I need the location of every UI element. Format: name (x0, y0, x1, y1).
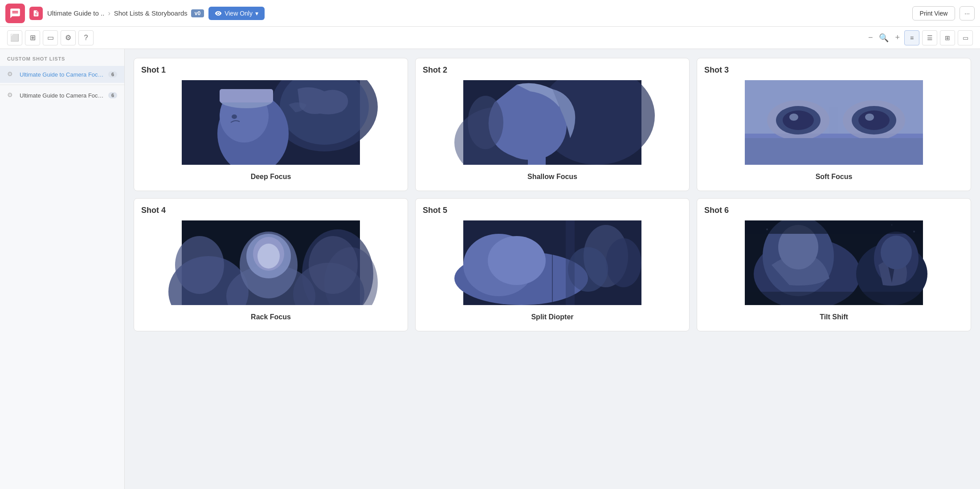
svg-point-30 (175, 236, 224, 294)
shot-number-4: Shot 4 (141, 206, 400, 215)
more-options-button[interactable]: ··· (960, 6, 975, 20)
svg-rect-24 (829, 107, 838, 134)
sidebar-divider (0, 85, 124, 85)
content-area: Shot 1 (125, 49, 980, 489)
zoom-out-button[interactable]: − (866, 31, 875, 44)
shot-image-6 (704, 220, 964, 305)
shot-label-1: Deep Focus (141, 171, 400, 183)
shots-grid: Shot 1 (134, 58, 971, 331)
sidebar-item-badge-0: 6 (108, 71, 117, 77)
svg-rect-25 (745, 138, 923, 165)
gear-icon-2: ⚙ (7, 91, 15, 99)
svg-point-19 (789, 114, 798, 121)
shot-card-2[interactable]: Shot 2 (415, 58, 690, 191)
svg-point-57 (881, 236, 912, 269)
breadcrumb: Ultimate Guide to .. › Shot Lists & Stor… (47, 9, 204, 17)
frame-view-button[interactable]: ⬜ (7, 30, 22, 45)
help-button[interactable]: ? (78, 30, 94, 45)
header: Ultimate Guide to .. › Shot Lists & Stor… (0, 0, 980, 27)
grid-view-mode-button[interactable]: ⊞ (940, 30, 955, 45)
shot-label-3: Soft Focus (704, 171, 964, 183)
settings-button[interactable]: ⚙ (61, 30, 76, 45)
shot-label-5: Split Diopter (423, 311, 682, 324)
sidebar: CUSTOM SHOT LISTS ⚙ Ultimate Guide to Ca… (0, 49, 125, 489)
shot-number-6: Shot 6 (704, 206, 964, 215)
shot-label-2: Shallow Focus (423, 171, 682, 183)
table-view-button[interactable]: ≡ (904, 30, 919, 45)
main-layout: CUSTOM SHOT LISTS ⚙ Ultimate Guide to Ca… (0, 49, 980, 489)
view-only-label: View Only (225, 10, 253, 17)
svg-rect-59 (745, 292, 923, 305)
toolbar-left: ⬜ ⊞ ▭ ⚙ ? (7, 30, 94, 45)
shot-image-4 (141, 220, 400, 305)
svg-point-36 (309, 236, 358, 294)
grid-view-button[interactable]: ⊞ (25, 30, 40, 45)
sidebar-item-label-0: Ultimate Guide to Camera Focus i... (20, 71, 104, 78)
zoom-reset-button[interactable]: 🔍 (877, 31, 890, 45)
svg-rect-58 (745, 220, 923, 234)
panel-view-button[interactable]: ▭ (43, 30, 58, 45)
sidebar-item-badge-1: 6 (108, 92, 117, 98)
view-only-chevron: ▾ (255, 10, 258, 17)
breadcrumb-current[interactable]: Shot Lists & Storyboards (114, 9, 188, 17)
shot-image-3 (704, 80, 964, 165)
header-actions: Print View ··· (912, 6, 975, 20)
shot-card-6[interactable]: Shot 6 (697, 198, 971, 331)
shot-card-5[interactable]: Shot 5 (415, 198, 690, 331)
svg-point-23 (865, 114, 874, 121)
svg-point-41 (488, 236, 546, 285)
shot-number-3: Shot 3 (704, 65, 964, 75)
shot-image-2 (423, 80, 682, 165)
view-only-button[interactable]: View Only ▾ (208, 7, 265, 20)
shot-label-4: Rack Focus (141, 311, 400, 324)
sidebar-item-label-1: Ultimate Guide to Camera Focus in... (20, 92, 104, 99)
breadcrumb-app-icon (29, 7, 43, 20)
shot-number-2: Shot 2 (423, 65, 682, 75)
sidebar-item-1[interactable]: ⚙ Ultimate Guide to Camera Focus in... 6 (0, 87, 124, 104)
shot-number-1: Shot 1 (141, 65, 400, 75)
film-view-button[interactable]: ▭ (958, 30, 973, 45)
app-icon (5, 4, 25, 23)
version-badge: v0 (191, 9, 204, 17)
breadcrumb-parent[interactable]: Ultimate Guide to .. (47, 9, 104, 17)
list-view-button[interactable]: ☰ (922, 30, 937, 45)
zoom-in-button[interactable]: + (893, 31, 902, 44)
svg-point-18 (783, 110, 814, 130)
shot-image-1 (141, 80, 400, 165)
svg-rect-6 (220, 89, 273, 102)
print-view-button[interactable]: Print View (912, 6, 956, 20)
shot-image-5 (423, 220, 682, 305)
svg-point-37 (257, 244, 280, 269)
shot-number-5: Shot 5 (423, 206, 682, 215)
shot-card-1[interactable]: Shot 1 (134, 58, 408, 191)
svg-point-22 (858, 110, 890, 130)
svg-point-7 (232, 114, 237, 119)
sidebar-item-0[interactable]: ⚙ Ultimate Guide to Camera Focus i... 6 (0, 66, 124, 83)
shot-card-4[interactable]: Shot 4 (134, 198, 408, 331)
svg-rect-46 (566, 220, 575, 305)
sidebar-section-label: CUSTOM SHOT LISTS (0, 56, 124, 66)
shot-card-3[interactable]: Shot 3 (697, 58, 971, 191)
svg-point-43 (606, 238, 641, 287)
svg-point-12 (468, 96, 503, 149)
breadcrumb-separator: › (108, 9, 110, 17)
shot-label-6: Tilt Shift (704, 311, 964, 324)
svg-rect-11 (528, 156, 546, 165)
toolbar: ⬜ ⊞ ▭ ⚙ ? − 🔍 + ≡ ☰ ⊞ ▭ (0, 27, 980, 49)
toolbar-right: − 🔍 + ≡ ☰ ⊞ ▭ (866, 30, 973, 45)
gear-icon: ⚙ (7, 70, 15, 78)
